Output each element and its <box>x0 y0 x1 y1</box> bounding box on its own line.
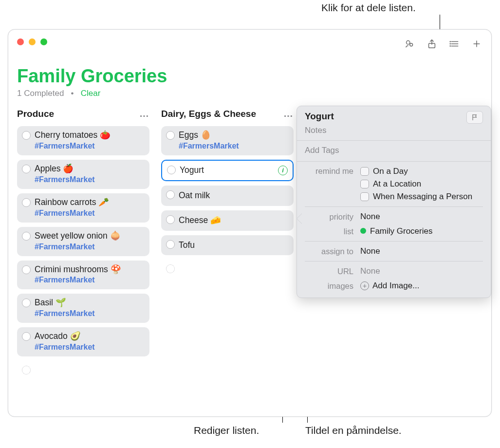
item-title: Basil 🌱 <box>35 298 144 308</box>
separator <box>297 161 491 162</box>
priority-value[interactable]: None <box>360 212 380 222</box>
list-subtitle: 1 Completed • Clear <box>17 89 482 98</box>
complete-toggle[interactable] <box>22 332 31 341</box>
item-title: Crimini mushrooms 🍄 <box>35 264 144 275</box>
close-window-button[interactable] <box>17 38 24 45</box>
list-item[interactable]: Cheese 🧀 <box>161 210 294 231</box>
new-item-placeholder[interactable] <box>17 361 149 371</box>
view-options-icon[interactable] <box>447 37 461 51</box>
list-title: Family Groceries <box>17 66 482 87</box>
complete-toggle[interactable] <box>166 240 175 249</box>
section-dairy: Dairy, Eggs & Cheese … Eggs 🥚 #FarmersMa… <box>161 108 294 375</box>
item-title: Rainbow carrots 🥕 <box>35 197 144 208</box>
remind-when-messaging-checkbox[interactable] <box>360 192 369 201</box>
item-tag[interactable]: #FarmersMarket <box>35 343 144 352</box>
share-icon[interactable] <box>425 37 439 51</box>
item-title: Eggs 🥚 <box>179 130 288 141</box>
complete-toggle[interactable] <box>166 215 175 224</box>
item-title: Avocado 🥑 <box>35 331 144 342</box>
plus-circle-icon: + <box>360 281 369 290</box>
list-value[interactable]: Family Groceries <box>360 226 432 236</box>
list-item[interactable]: Basil 🌱 #FarmersMarket <box>17 294 149 323</box>
complete-toggle[interactable] <box>22 265 31 274</box>
list-item[interactable]: Crimini mushrooms 🍄 #FarmersMarket <box>17 261 149 290</box>
priority-label: priority <box>305 212 353 222</box>
item-title: Oat milk <box>179 190 288 201</box>
list-color-dot <box>360 228 366 234</box>
collaborate-icon[interactable] <box>403 37 416 51</box>
section-header: Produce <box>17 109 54 119</box>
list-item[interactable]: Sweet yellow onion 🧅 #FarmersMarket <box>17 227 149 256</box>
minimize-window-button[interactable] <box>29 38 36 45</box>
list-item[interactable]: Cherry tomatoes 🍅 #FarmersMarket <box>17 126 149 155</box>
add-tags-field[interactable]: Add Tags <box>305 146 483 156</box>
svg-point-7 <box>450 43 450 44</box>
list-item-selected[interactable]: Yogurt i <box>161 160 294 181</box>
complete-toggle <box>166 264 175 273</box>
complete-toggle <box>22 366 31 374</box>
assign-to-value[interactable]: None <box>360 246 380 256</box>
remind-option: On a Day <box>373 167 408 176</box>
callout-edit-list: Rediger listen. <box>194 425 259 436</box>
list-item[interactable]: Apples 🍎 #FarmersMarket <box>17 160 149 189</box>
complete-toggle[interactable] <box>22 198 31 207</box>
item-tag[interactable]: #FarmersMarket <box>179 142 288 150</box>
section-more-button[interactable]: … <box>283 108 294 119</box>
svg-point-0 <box>407 41 410 44</box>
remind-option: At a Location <box>373 179 421 189</box>
url-value[interactable]: None <box>360 266 380 276</box>
add-reminder-icon[interactable] <box>470 37 483 51</box>
complete-toggle[interactable] <box>22 165 31 173</box>
info-icon[interactable]: i <box>278 166 288 175</box>
zoom-window-button[interactable] <box>40 38 47 45</box>
assign-to-label: assign to <box>305 247 353 256</box>
reminder-details-popover: Yogurt Notes Add Tags remind me On a Day… <box>296 106 491 298</box>
remind-option: When Messaging a Person <box>373 192 472 202</box>
callout-share: Klik for at dele listen. <box>321 2 416 14</box>
flag-button[interactable] <box>466 111 483 124</box>
clear-completed-button[interactable]: Clear <box>81 89 101 98</box>
images-label: images <box>305 281 353 291</box>
callout-assign: Tildel en påmindelse. <box>305 425 402 436</box>
app-window: Family Groceries 1 Completed • Clear Pro… <box>8 29 492 417</box>
item-tag[interactable]: #FarmersMarket <box>35 142 144 150</box>
item-tag[interactable]: #FarmersMarket <box>35 209 144 218</box>
svg-point-1 <box>410 43 413 46</box>
separator <box>305 261 483 261</box>
list-item[interactable]: Avocado 🥑 #FarmersMarket <box>17 327 149 356</box>
item-tag[interactable]: #FarmersMarket <box>35 276 144 284</box>
complete-toggle[interactable] <box>22 232 31 241</box>
section-header: Dairy, Eggs & Cheese <box>161 109 256 119</box>
section-more-button[interactable]: … <box>139 108 149 119</box>
traffic-lights <box>17 38 47 45</box>
item-title: Apples 🍎 <box>35 164 144 174</box>
item-tag[interactable]: #FarmersMarket <box>35 175 144 184</box>
item-title: Sweet yellow onion 🧅 <box>35 231 144 242</box>
separator <box>305 206 483 207</box>
item-title: Tofu <box>179 240 288 251</box>
remind-on-day-checkbox[interactable] <box>360 167 369 176</box>
list-label: list <box>305 227 353 236</box>
complete-toggle[interactable] <box>167 166 176 174</box>
item-title: Yogurt <box>180 165 287 176</box>
complete-toggle[interactable] <box>166 131 175 140</box>
new-item-placeholder[interactable] <box>161 260 294 269</box>
complete-toggle[interactable] <box>22 299 31 307</box>
separator <box>305 241 483 242</box>
add-image-button[interactable]: + Add Image... <box>360 281 419 291</box>
item-tag[interactable]: #FarmersMarket <box>35 309 144 318</box>
complete-toggle[interactable] <box>22 131 31 140</box>
item-title: Cheese 🧀 <box>179 215 288 226</box>
completed-count: 1 Completed <box>17 89 64 98</box>
toolbar <box>403 37 483 51</box>
list-item[interactable]: Rainbow carrots 🥕 #FarmersMarket <box>17 193 149 223</box>
notes-field[interactable]: Notes <box>305 126 483 135</box>
remind-at-location-checkbox[interactable] <box>360 180 369 188</box>
list-item[interactable]: Oat milk <box>161 186 294 206</box>
complete-toggle[interactable] <box>166 190 175 199</box>
list-item[interactable]: Eggs 🥚 #FarmersMarket <box>161 126 294 155</box>
popover-title[interactable]: Yogurt <box>305 111 462 122</box>
separator <box>297 140 491 141</box>
list-item[interactable]: Tofu <box>161 235 294 256</box>
item-tag[interactable]: #FarmersMarket <box>35 243 144 251</box>
